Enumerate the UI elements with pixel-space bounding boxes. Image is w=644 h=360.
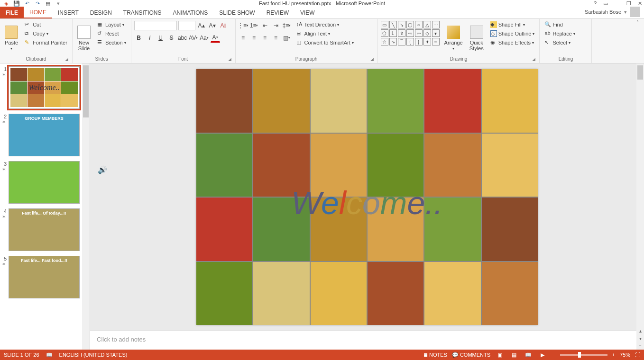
notes-toggle[interactable]: ≣ NOTES (423, 352, 447, 358)
zoom-level[interactable]: 75% (620, 352, 630, 358)
reading-view-icon[interactable]: 📖 (524, 351, 533, 359)
zoom-slider[interactable] (560, 354, 607, 356)
arrange-button[interactable]: Arrange▾ (442, 21, 465, 55)
nav-menu-icon[interactable]: ≡ (636, 342, 644, 350)
text-shadow-button[interactable]: abc (178, 33, 187, 43)
numbering-button[interactable]: 1≡▾ (249, 21, 259, 30)
tab-home[interactable]: HOME (24, 7, 52, 18)
audio-icon[interactable]: 🔊 (98, 165, 105, 173)
font-name-input[interactable] (134, 21, 177, 30)
tab-review[interactable]: REVIEW (261, 7, 294, 18)
columns-button[interactable]: ▥▾ (282, 33, 292, 43)
thumbnail-image[interactable]: Fast life... Fast food...!! (9, 256, 80, 298)
slide-indicator[interactable]: SLIDE 1 OF 26 (4, 352, 39, 358)
thumbnail-slide[interactable]: 4✶Fast life... Of today...!! (2, 208, 90, 251)
collapse-ribbon-icon[interactable]: ˄ (636, 20, 643, 27)
tab-design[interactable]: DESIGN (84, 7, 118, 18)
shapes-gallery[interactable]: ▭╲↘▢○△⋯ ⬠L⇧⇨⇦◇▾ ☆∿⌒{}✦≡ (381, 21, 440, 55)
editor-scrollbar[interactable]: ▴ ▾ ≡ (636, 63, 644, 350)
clear-formatting-icon[interactable]: A⃠ (219, 21, 228, 30)
restore-icon[interactable]: ❐ (626, 0, 631, 7)
tab-transitions[interactable]: TRANSITIONS (118, 7, 167, 18)
prev-slide-icon[interactable]: ▴ (636, 327, 644, 334)
line-spacing-button[interactable]: ‡≡▾ (282, 21, 292, 30)
change-case-button[interactable]: Aa▾ (200, 33, 209, 43)
layout-button[interactable]: ▦Layout▾ (95, 21, 128, 28)
decrease-font-icon[interactable]: A▾ (208, 21, 217, 30)
help-icon[interactable]: ? (594, 0, 597, 7)
underline-button[interactable]: U (156, 33, 166, 43)
redo-icon[interactable]: ↷ (34, 0, 41, 7)
section-button[interactable]: ☰Section▾ (95, 39, 128, 46)
quick-styles-button[interactable]: Quick Styles (468, 21, 486, 55)
notes-pane[interactable]: Click to add notes (90, 331, 644, 350)
slideshow-view-icon[interactable]: ▶ (538, 351, 547, 359)
tab-animations[interactable]: ANIMATIONS (167, 7, 213, 18)
select-button[interactable]: ↖Select▾ (543, 39, 577, 46)
shape-outline-button[interactable]: ◇Shape Outline▾ (488, 30, 537, 37)
tab-view[interactable]: VIEW (294, 7, 321, 18)
increase-indent-button[interactable]: ⇥ (271, 21, 281, 30)
tab-file[interactable]: FILE (0, 7, 24, 18)
thumbnail-image[interactable]: Fast life... Of today...!! (9, 208, 80, 251)
italic-button[interactable]: I (145, 33, 155, 43)
font-color-button[interactable]: A▾ (211, 33, 220, 43)
minimize-icon[interactable]: — (615, 0, 620, 7)
align-left-button[interactable]: ≡ (239, 33, 248, 43)
justify-button[interactable]: ≡ (271, 33, 281, 43)
qat-customize-icon[interactable]: ▾ (55, 0, 62, 7)
slide-sorter-icon[interactable]: ▦ (509, 351, 519, 359)
save-icon[interactable]: 💾 (13, 0, 20, 7)
welcome-title[interactable]: Welcome.. (196, 184, 538, 222)
copy-button[interactable]: ⧉Copy▾ (23, 30, 69, 37)
account-area[interactable]: Sarbasish Bose ▾ (585, 7, 640, 17)
align-center-button[interactable]: ≡ (249, 33, 259, 43)
zoom-out-icon[interactable]: − (552, 352, 555, 358)
spellcheck-icon[interactable]: 📖 (46, 352, 53, 358)
replace-button[interactable]: abReplace▾ (543, 30, 577, 37)
thumbnails-scrollbar[interactable] (82, 63, 90, 350)
thumbnail-image[interactable]: Welcome.. (9, 66, 80, 109)
zoom-in-icon[interactable]: + (612, 352, 615, 358)
bold-button[interactable]: B (134, 33, 144, 43)
thumbnail-slide[interactable]: 5✶Fast life... Fast food...!! (2, 256, 90, 298)
language-indicator[interactable]: ENGLISH (UNITED STATES) (59, 352, 128, 358)
next-slide-icon[interactable]: ▾ (636, 334, 644, 342)
text-direction-button[interactable]: ↕AText Direction▾ (294, 21, 356, 28)
thumbnail-slide[interactable]: 2✶GROUP MEMBERS (2, 114, 90, 156)
paste-button[interactable]: Paste ▾ (3, 21, 20, 55)
start-from-beginning-icon[interactable]: ▤ (45, 0, 51, 7)
comments-toggle[interactable]: 💬 COMMENTS (452, 352, 490, 358)
tab-insert[interactable]: INSERT (52, 7, 84, 18)
font-size-input[interactable] (178, 21, 195, 30)
undo-icon[interactable]: ↶ (24, 0, 30, 7)
cut-button[interactable]: ✂Cut (23, 21, 69, 28)
shape-effects-button[interactable]: ◉Shape Effects▾ (488, 39, 537, 46)
normal-view-icon[interactable]: ▣ (495, 351, 505, 359)
increase-font-icon[interactable]: A▴ (197, 21, 206, 30)
fit-to-window-icon[interactable]: ⛶ (635, 352, 640, 358)
bullets-button[interactable]: ⋮≡▾ (239, 21, 248, 30)
thumbnail-slide[interactable]: 1✶ Welcome.. (2, 66, 90, 109)
new-slide-button[interactable]: New Slide (75, 21, 92, 55)
find-button[interactable]: 🔍Find (543, 21, 577, 28)
align-right-button[interactable]: ≡ (260, 33, 270, 43)
reset-button[interactable]: ↺Reset (95, 30, 128, 37)
tab-slideshow[interactable]: SLIDE SHOW (213, 7, 260, 18)
slide-thumbnails-pane[interactable]: 1✶ Welcome..2✶GROUP MEMBERS3✶4✶Fast life… (0, 63, 90, 350)
decrease-indent-button[interactable]: ⇤ (260, 21, 270, 30)
shape-fill-button[interactable]: ◆Shape Fill▾ (488, 21, 537, 28)
format-painter-button[interactable]: ✎Format Painter (23, 39, 69, 46)
strikethrough-button[interactable]: S (167, 33, 176, 43)
slide-canvas[interactable]: Welcome.. (196, 69, 538, 325)
char-spacing-button[interactable]: AV▾ (189, 33, 198, 43)
close-icon[interactable]: ✕ (638, 0, 642, 7)
thumbnail-image[interactable]: GROUP MEMBERS (9, 114, 80, 156)
thumbnail-image[interactable] (9, 161, 80, 204)
thumbnail-slide[interactable]: 3✶ (2, 161, 90, 204)
clipboard-dialog-icon[interactable]: ◢ (65, 57, 68, 62)
ribbon-display-icon[interactable]: ▭ (603, 0, 608, 7)
paragraph-dialog-icon[interactable]: ◢ (370, 57, 374, 62)
font-dialog-icon[interactable]: ◢ (228, 57, 231, 62)
convert-smartart-button[interactable]: ◫Convert to SmartArt▾ (294, 39, 356, 46)
